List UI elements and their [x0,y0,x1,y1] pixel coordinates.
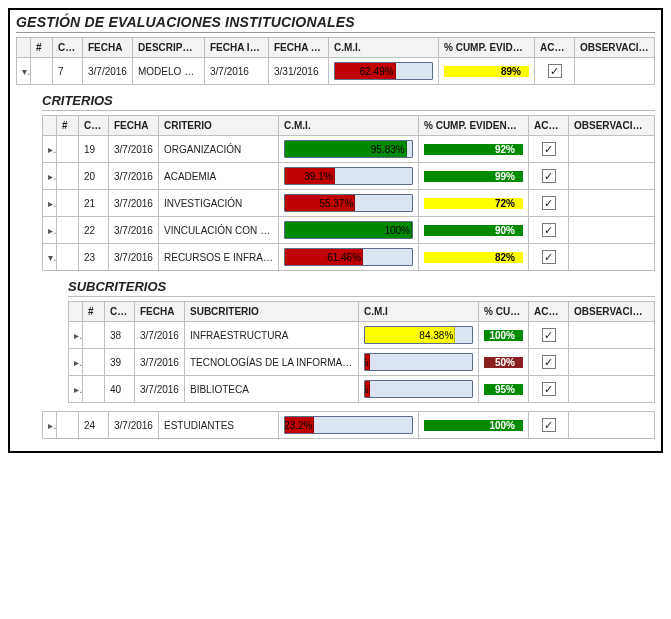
subcriterios-title: SUBCRITERIOS [68,279,655,297]
col-sub: SUBCRITERIO [185,302,359,322]
cell-cump: 89% [439,58,535,85]
col-finicio: FECHA INICIO [205,38,269,58]
cmi-progress-fill [335,63,396,79]
criterio-row[interactable]: ▸213/7/2016INVESTIGACIÓN55.37%72%✓ [43,190,655,217]
cmi-progress: 23.2% [284,416,413,434]
cell-num [57,136,79,163]
cell-cod: 20 [79,163,109,190]
cell-cod: 39 [105,349,135,376]
cell-fecha: 3/7/2016 [109,217,159,244]
cell-cod: 7 [53,58,83,85]
criterio-row[interactable]: ▸203/7/2016ACADEMIA39.1%99%✓ [43,163,655,190]
col-num: # [57,116,79,136]
col-cump: % CUMP. EVIDENCIAS [439,38,535,58]
expand-toggle-icon[interactable]: ▸ [69,376,83,403]
activo-checkbox[interactable]: ✓ [542,169,556,183]
cell-activo: ✓ [529,322,569,349]
expand-toggle-icon[interactable]: ▸ [43,412,57,439]
cell-cmi: 5% [359,349,479,376]
criterio-row[interactable]: ▸193/7/2016ORGANIZACIÓN95.83%92%✓ [43,136,655,163]
cell-obs [569,349,655,376]
cell-cump: 82% [419,244,529,271]
cmi-progress-fill [285,195,355,211]
col-cump: % CUMP. [479,302,529,322]
col-activo: ACTIVO [535,38,575,58]
cell-cump: 92% [419,136,529,163]
cmi-progress: 39.1% [284,167,413,185]
cell-cump: 100% [419,412,529,439]
cell-num [57,244,79,271]
activo-checkbox[interactable]: ✓ [542,418,556,432]
cell-fecha: 3/7/2016 [135,322,185,349]
cmi-progress-fill [285,168,335,184]
evaluaciones-table: # CÓD. FECHA DESCRIPCIÓN EVALUACIÓN FECH… [16,37,655,85]
evaluacion-row[interactable]: ▾ 7 3/7/2016 MODELO DE EVALUACIÓN INSTIT… [17,58,655,85]
col-cod: CÓD. [53,38,83,58]
subcriterios-section: SUBCRITERIOS # CÓD. FECHA SUBCRITERIO C.… [68,279,655,403]
activo-checkbox[interactable]: ✓ [542,196,556,210]
expand-toggle-icon[interactable]: ▾ [17,58,31,85]
cell-subcriterio: TECNOLOGÍAS DE LA INFORMACIÓN Y LA COMUN… [185,349,359,376]
cell-cod: 21 [79,190,109,217]
col-activo: ACTIVO [529,116,569,136]
cell-cmi: 62.49% [329,58,439,85]
cell-fecha: 3/7/2016 [109,163,159,190]
cell-cump: 99% [419,163,529,190]
criterios-title: CRITERIOS [42,93,655,111]
subcriterios-table: # CÓD. FECHA SUBCRITERIO C.M.I % CUMP. A… [68,301,655,403]
cell-cod: 38 [105,322,135,349]
cell-desc: MODELO DE EVALUACIÓN INSTITUCIONAL [133,58,205,85]
criterio-row[interactable]: ▸243/7/2016ESTUDIANTES23.2%100%✓ [43,412,655,439]
cell-activo: ✓ [529,190,569,217]
expand-toggle-icon[interactable]: ▸ [69,322,83,349]
col-expander [69,302,83,322]
cell-cod: 19 [79,136,109,163]
activo-checkbox[interactable]: ✓ [542,382,556,396]
cump-badge: 90% [424,225,523,236]
expand-toggle-icon[interactable]: ▸ [43,190,57,217]
cmi-progress: 5% [364,380,473,398]
cell-finicio: 3/7/2016 [205,58,269,85]
expand-toggle-icon[interactable]: ▸ [43,136,57,163]
activo-checkbox[interactable]: ✓ [548,64,562,78]
activo-checkbox[interactable]: ✓ [542,142,556,156]
cump-badge: 92% [424,144,523,155]
cell-obs [569,244,655,271]
cell-activo: ✓ [529,376,569,403]
cell-fecha: 3/7/2016 [135,376,185,403]
activo-checkbox[interactable]: ✓ [542,250,556,264]
subcriterio-row[interactable]: ▸383/7/2016INFRAESTRUCTURA84.38%100%✓ [69,322,655,349]
criterios-header-row: # CÓD. FECHA CRITERIO C.M.I. % CUMP. EVI… [43,116,655,136]
col-cod: CÓD. [79,116,109,136]
cell-cod: 40 [105,376,135,403]
cump-badge: 82% [424,252,523,263]
criterio-row[interactable]: ▾233/7/2016RECURSOS E INFRAESTRUCTURA61.… [43,244,655,271]
cell-activo: ✓ [535,58,575,85]
subcriterio-row[interactable]: ▸403/7/2016BIBLIOTECA5%95%✓ [69,376,655,403]
cell-cump: 100% [479,322,529,349]
subcriterio-row[interactable]: ▸393/7/2016TECNOLOGÍAS DE LA INFORMACIÓN… [69,349,655,376]
cell-obs [569,136,655,163]
activo-checkbox[interactable]: ✓ [542,223,556,237]
col-obs: OBSERVACIONES [569,302,655,322]
criterios-section: CRITERIOS # CÓD. FECHA CRITERIO C.M.I. %… [42,93,655,439]
cell-cmi: 84.38% [359,322,479,349]
cell-fecha: 3/7/2016 [109,136,159,163]
expand-toggle-icon[interactable]: ▾ [43,244,57,271]
cell-obs [569,322,655,349]
cell-criterio: RECURSOS E INFRAESTRUCTURA [159,244,279,271]
activo-checkbox[interactable]: ✓ [542,328,556,342]
col-cmi: C.M.I. [279,116,419,136]
cell-cmi: 100% [279,217,419,244]
cell-num [57,190,79,217]
cell-cmi: 55.37% [279,190,419,217]
activo-checkbox[interactable]: ✓ [542,355,556,369]
expand-toggle-icon[interactable]: ▸ [69,349,83,376]
criterio-row[interactable]: ▸223/7/2016VINCULACIÓN CON LA SOCIEDAD10… [43,217,655,244]
expand-toggle-icon[interactable]: ▸ [43,217,57,244]
cell-cmi: 39.1% [279,163,419,190]
cell-activo: ✓ [529,244,569,271]
col-expander [17,38,31,58]
cell-criterio: ACADEMIA [159,163,279,190]
expand-toggle-icon[interactable]: ▸ [43,163,57,190]
